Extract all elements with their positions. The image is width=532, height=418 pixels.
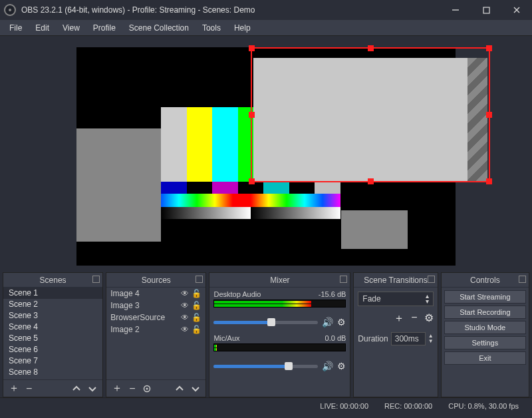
scene-item[interactable]: Scene 7 [3, 355, 102, 367]
move-scene-up-button[interactable] [72, 384, 81, 393]
sources-list[interactable]: Image 4👁🔓 Image 3👁🔓 BrowserSource👁🔓 Imag… [106, 288, 205, 379]
window-minimize-button[interactable] [440, 0, 471, 20]
source-item[interactable]: Image 3👁🔓 [106, 300, 205, 312]
scene-item[interactable]: Scene 4 [3, 321, 102, 333]
transitions-dock: Scene Transitions Fade ▴▾ ＋ − ⚙ Duration… [353, 272, 438, 397]
source-label: Image 2 [110, 325, 139, 334]
mixer-dock: Mixer Desktop Audio-15.6 dB -60-55-50-45… [209, 272, 350, 397]
remove-scene-button[interactable]: − [26, 383, 32, 395]
mixer-channel: Desktop Audio-15.6 dB -60-55-50-45-40-35… [209, 288, 350, 331]
dock-popout-icon[interactable] [519, 276, 526, 283]
menu-tools[interactable]: Tools [196, 21, 227, 35]
source-item[interactable]: Image 4👁🔓 [106, 288, 205, 300]
preview-source-outofbounds-stripes [467, 58, 487, 181]
window-maximize-button[interactable] [471, 0, 501, 20]
scene-item[interactable]: Scene 2 [3, 299, 102, 310]
duration-value: 300ms [395, 334, 419, 343]
window-close-button[interactable] [501, 0, 532, 20]
settings-button[interactable]: Settings [444, 336, 526, 349]
remove-transition-button[interactable]: − [411, 312, 417, 325]
volume-slider[interactable] [213, 365, 318, 368]
mixer-title: Mixer [270, 276, 289, 285]
start-recording-button[interactable]: Start Recording [444, 306, 526, 319]
mixer-channel-name: Mic/Aux [213, 334, 239, 342]
resize-handle-top-right[interactable] [486, 45, 492, 51]
resize-handle-top-mid[interactable] [368, 45, 374, 51]
eye-icon[interactable]: 👁 [181, 289, 189, 298]
dock-popout-icon[interactable] [92, 276, 100, 283]
scene-item[interactable]: Scene 5 [3, 333, 102, 344]
preview-area[interactable] [0, 36, 532, 272]
studio-mode-button[interactable]: Studio Mode [444, 321, 526, 334]
lock-icon[interactable]: 🔓 [192, 289, 201, 298]
menu-file[interactable]: File [3, 21, 29, 35]
sources-title: Sources [142, 276, 171, 285]
resize-handle-top-left[interactable] [249, 45, 255, 51]
status-cpu: CPU: 0.8%, 30.00 fps [448, 402, 519, 410]
transition-select-value: Fade [362, 294, 380, 304]
eye-icon[interactable]: 👁 [181, 301, 189, 310]
add-scene-button[interactable]: ＋ [9, 381, 19, 395]
preview-selection-box[interactable] [251, 47, 490, 182]
lock-icon[interactable]: 🔓 [192, 325, 201, 334]
dock-popout-icon[interactable] [340, 276, 347, 283]
svg-rect-1 [483, 7, 489, 13]
transitions-title: Scene Transitions [364, 276, 427, 285]
scene-item[interactable]: Scene 6 [3, 344, 102, 355]
add-source-button[interactable]: ＋ [112, 381, 122, 395]
transition-settings-button[interactable]: ⚙ [424, 312, 434, 325]
source-item[interactable]: BrowserSource👁🔓 [106, 312, 205, 323]
gear-icon[interactable]: ⚙ [337, 317, 346, 327]
menu-help[interactable]: Help [227, 21, 257, 35]
move-scene-down-button[interactable] [88, 384, 97, 393]
resize-handle-mid-right[interactable] [486, 112, 492, 118]
preview-canvas[interactable] [76, 47, 456, 266]
menubar: File Edit View Profile Scene Collection … [0, 20, 532, 36]
lock-icon[interactable]: 🔓 [192, 313, 201, 322]
exit-button[interactable]: Exit [444, 351, 526, 365]
source-properties-button[interactable] [142, 384, 152, 393]
duration-input[interactable]: 300ms [391, 332, 426, 345]
scenes-list[interactable]: Scene 1 Scene 2 Scene 3 Scene 4 Scene 5 … [3, 288, 102, 379]
controls-dock: Controls Start Streaming Start Recording… [441, 272, 529, 397]
dock-popout-icon[interactable] [196, 276, 203, 283]
source-label: Image 3 [110, 301, 139, 310]
resize-handle-bot-left[interactable] [249, 178, 255, 184]
source-label: BrowserSource [110, 313, 165, 322]
move-source-down-button[interactable] [191, 384, 200, 393]
chevron-updown-icon: ▴▾ [426, 294, 429, 304]
duration-down-button[interactable]: ▼ [428, 339, 434, 344]
volume-slider[interactable] [213, 321, 318, 324]
lock-icon[interactable]: 🔓 [192, 301, 201, 310]
preview-source-selected [253, 58, 467, 181]
window-title: OBS 23.2.1 (64-bit, windows) - Profile: … [21, 5, 440, 15]
source-item[interactable]: Image 2👁🔓 [106, 323, 205, 335]
menu-scene-collection[interactable]: Scene Collection [122, 21, 196, 35]
speaker-icon[interactable]: 🔊 [322, 361, 333, 371]
remove-source-button[interactable]: − [129, 383, 135, 395]
preview-source-gray-left [76, 128, 161, 242]
add-transition-button[interactable]: ＋ [394, 312, 404, 325]
eye-icon[interactable]: 👁 [181, 325, 189, 334]
scenes-dock: Scenes Scene 1 Scene 2 Scene 3 Scene 4 S… [3, 272, 103, 397]
menu-profile[interactable]: Profile [86, 21, 122, 35]
scene-item[interactable]: Scene 3 [3, 310, 102, 321]
scene-item[interactable]: Scene 1 [3, 288, 102, 299]
dock-popout-icon[interactable] [428, 276, 435, 283]
transition-select[interactable]: Fade ▴▾ [358, 292, 433, 306]
move-source-up-button[interactable] [175, 384, 184, 393]
resize-handle-bot-mid[interactable] [368, 178, 374, 184]
menu-view[interactable]: View [56, 21, 86, 35]
window-titlebar: OBS 23.2.1 (64-bit, windows) - Profile: … [0, 0, 532, 20]
resize-handle-bot-right[interactable] [486, 178, 492, 184]
gear-icon[interactable]: ⚙ [337, 361, 346, 371]
mixer-channel-db: -15.6 dB [319, 290, 346, 298]
speaker-icon[interactable]: 🔊 [322, 317, 333, 327]
start-streaming-button[interactable]: Start Streaming [444, 290, 526, 304]
resize-handle-mid-left[interactable] [249, 112, 255, 118]
menu-edit[interactable]: Edit [29, 21, 56, 35]
controls-title: Controls [470, 276, 500, 285]
eye-icon[interactable]: 👁 [181, 313, 189, 322]
scene-item[interactable]: Scene 8 [3, 367, 102, 378]
status-bar: LIVE: 00:00:00 REC: 00:00:00 CPU: 0.8%, … [0, 397, 532, 413]
